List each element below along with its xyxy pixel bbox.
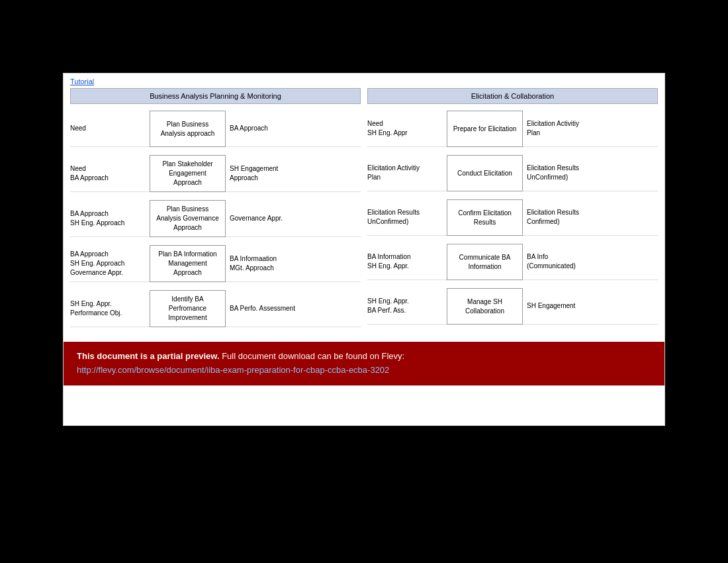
preview-bar: This document is a partial preview. Full… <box>64 342 664 385</box>
outputs-s1r1: BA Approach <box>226 111 361 147</box>
preview-link[interactable]: http://flevy.com/browse/document/iiba-ex… <box>77 365 389 375</box>
inputs-s2r3: Elicitation ResultsUnConfirmed) <box>367 199 447 236</box>
process-s1r1: Plan BusinessAnalysis approach <box>150 111 226 147</box>
inputs-s1r2: NeedBA Approach <box>70 155 150 192</box>
outputs-s2r4: BA Info(Communicated) <box>523 244 658 280</box>
process-s1r4: Plan BA InformationManagementApproach <box>150 245 226 282</box>
outputs-s2r5: SH Engagement <box>523 288 658 325</box>
outputs-s1r3: Governance Appr. <box>226 200 361 237</box>
table-row: BA ApproachSH Eng. Approach Plan Busines… <box>70 200 361 237</box>
process-s2r5: Manage SHCollaboration <box>447 288 523 325</box>
table-row: NeedSH Eng. Appr Prepare for Elicitation… <box>367 111 658 147</box>
process-s2r1: Prepare for Elicitation <box>447 111 523 147</box>
process-s1r3: Plan BusinessAnalysis GovernanceApproach <box>150 200 226 237</box>
preview-bold: This document is a partial preview. <box>77 351 220 361</box>
outputs-s2r3: Elicitation ResultsConfirmed) <box>523 199 658 236</box>
process-s1r2: Plan StakeholderEngagementApproach <box>150 155 226 192</box>
table-row: Need Plan BusinessAnalysis approach BA A… <box>70 111 361 147</box>
outputs-s1r2: SH EngagementApproach <box>226 155 361 192</box>
outputs-s1r4: BA InformaationMGt. Approach <box>226 245 361 282</box>
preview-text: Full document download can be found on F… <box>222 351 404 361</box>
inputs-s1r4: BA ApproachSH Eng. ApproachGovernance Ap… <box>70 245 150 282</box>
inputs-s1r5: SH Eng. Appr.Performance Obj. <box>70 290 150 327</box>
inputs-s1r3: BA ApproachSH Eng. Approach <box>70 200 150 237</box>
process-s2r2: Conduct Elicitation <box>447 155 523 191</box>
section2-column: NeedSH Eng. Appr Prepare for Elicitation… <box>367 111 658 335</box>
inputs-s2r2: Elicitation ActivitiyPlan <box>367 155 447 191</box>
process-s2r4: Communicate BAInformation <box>447 244 523 280</box>
table-row: BA InformationSH Eng. Appr. Communicate … <box>367 244 658 280</box>
inputs-s2r4: BA InformationSH Eng. Appr. <box>367 244 447 280</box>
section1-column: Need Plan BusinessAnalysis approach BA A… <box>70 111 361 335</box>
bottom-space <box>64 385 664 425</box>
outputs-s2r2: Elicitation ResultsUnConfirmed) <box>523 155 658 191</box>
outputs-s2r1: Elicitation ActivitiyPlan <box>523 111 658 147</box>
table-row: Elicitation ActivitiyPlan Conduct Elicit… <box>367 155 658 191</box>
section1-header: Business Analysis Planning & Monitoring <box>70 88 361 104</box>
table-row: NeedBA Approach Plan StakeholderEngageme… <box>70 155 361 192</box>
section2-header: Elicitation & Collaboration <box>367 88 658 104</box>
table-row: SH Eng. Appr.Performance Obj. Identify B… <box>70 290 361 327</box>
table-row: BA ApproachSH Eng. ApproachGovernance Ap… <box>70 245 361 282</box>
inputs-s1r1: Need <box>70 111 150 147</box>
tutorial-link[interactable]: Tutorial <box>64 74 664 88</box>
process-s2r3: Confirm ElicitationResults <box>447 199 523 236</box>
table-row: SH Eng. Appr.BA Perf. Ass. Manage SHColl… <box>367 288 658 325</box>
inputs-s2r1: NeedSH Eng. Appr <box>367 111 447 147</box>
table-row: Elicitation ResultsUnConfirmed) Confirm … <box>367 199 658 236</box>
outputs-s1r5: BA Perfo. Assessment <box>226 290 361 327</box>
inputs-s2r5: SH Eng. Appr.BA Perf. Ass. <box>367 288 447 325</box>
process-s1r5: Identify BAPerfromanceImprovement <box>150 290 226 327</box>
